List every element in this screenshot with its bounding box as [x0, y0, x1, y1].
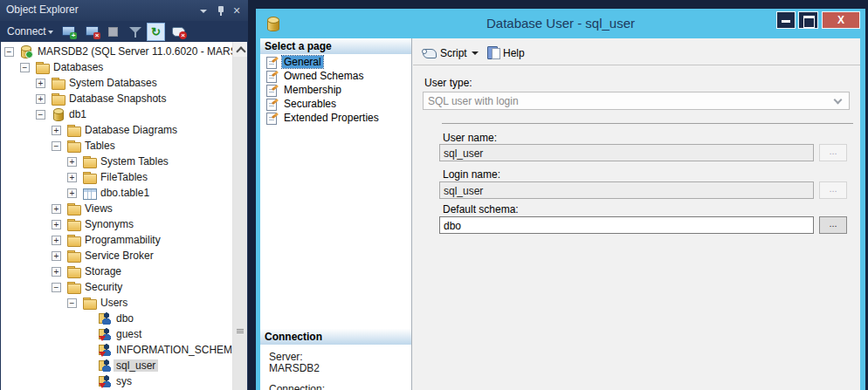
- user-name-input[interactable]: sql_user: [439, 144, 814, 161]
- tree-item-service-broker[interactable]: +Service Broker: [1, 248, 232, 263]
- tree-item-label: INFORMATION_SCHEMA: [114, 344, 232, 356]
- window-position-menu-icon[interactable]: [197, 5, 210, 17]
- expand-icon[interactable]: +: [67, 188, 77, 198]
- tree-item-sql-user[interactable]: sql_user: [1, 358, 232, 373]
- user-icon: [98, 311, 112, 325]
- dialog-toolbar: Script Help: [413, 38, 860, 65]
- folder-icon: [66, 264, 80, 278]
- collapse-icon[interactable]: −: [52, 141, 61, 151]
- filter-icon[interactable]: [127, 24, 143, 39]
- user-icon: [98, 327, 112, 341]
- refresh-icon[interactable]: ↻: [147, 23, 165, 41]
- user-type-dropdown[interactable]: SQL user with login: [423, 92, 850, 110]
- expand-icon[interactable]: +: [36, 79, 45, 88]
- tree-item-label: Storage: [82, 265, 124, 277]
- tree-item-system-databases[interactable]: +System Databases: [1, 75, 232, 91]
- default-schema-input[interactable]: dbo: [439, 216, 814, 234]
- connection-header: Connection: [260, 329, 411, 345]
- expand-icon[interactable]: +: [67, 173, 77, 182]
- login-name-input[interactable]: sql_user: [439, 181, 814, 199]
- tree-item-database-diagrams[interactable]: +Database Diagrams: [1, 122, 232, 138]
- tree-item-synonyms[interactable]: +Synonyms: [1, 216, 232, 232]
- folder-icon: [66, 249, 80, 263]
- collapse-icon[interactable]: −: [36, 110, 45, 120]
- collapse-icon[interactable]: −: [4, 47, 14, 57]
- connect-server-icon[interactable]: [61, 24, 77, 39]
- page-icon: [265, 70, 279, 82]
- disconnect-server-icon[interactable]: [85, 24, 100, 39]
- collapse-icon[interactable]: −: [20, 63, 30, 72]
- expand-icon[interactable]: +: [67, 157, 77, 167]
- expand-icon[interactable]: +: [52, 236, 61, 245]
- script-error-icon[interactable]: [171, 24, 187, 39]
- tree-item-database-snapshots[interactable]: +Database Snapshots: [1, 91, 232, 106]
- tree-item-label: dbo.table1: [98, 187, 152, 199]
- tree-item-views[interactable]: +Views: [1, 201, 232, 216]
- expand-icon[interactable]: +: [52, 251, 61, 261]
- folder-icon: [66, 217, 80, 231]
- help-icon[interactable]: [486, 45, 500, 59]
- scrollbar-thumb[interactable]: [233, 57, 247, 390]
- tree-item-sys[interactable]: sys: [1, 373, 232, 389]
- tree-item-programmability[interactable]: +Programmability: [1, 232, 232, 248]
- tree-item-label: Database Diagrams: [82, 124, 180, 136]
- tree-item-label: FileTables: [98, 171, 150, 183]
- expand-icon[interactable]: +: [52, 267, 61, 277]
- tree-item-label: sys: [114, 375, 134, 387]
- tree-item-security[interactable]: −Security: [1, 279, 232, 295]
- tree-item-system-tables[interactable]: +System Tables: [1, 154, 232, 169]
- expand-icon[interactable]: +: [52, 220, 61, 229]
- expand-icon[interactable]: +: [52, 126, 61, 135]
- connect-button[interactable]: Connect: [7, 25, 46, 38]
- tree-item-marsdb2-sql-server-11-0-6020-marsd[interactable]: −MARSDB2 (SQL Server 11.0.6020 - MARSD: [1, 44, 232, 59]
- folder-icon: [51, 92, 65, 106]
- connect-caret-icon[interactable]: [48, 31, 53, 34]
- sidebar-page-membership[interactable]: Membership: [260, 83, 411, 97]
- tree-scrollbar[interactable]: [232, 42, 247, 390]
- tree-item-dbo-table1[interactable]: +dbo.table1: [1, 185, 232, 201]
- page-label: Extended Properties: [282, 112, 381, 124]
- page-icon: [265, 56, 279, 68]
- script-caret-icon[interactable]: [472, 51, 479, 55]
- user-type-label: User type:: [424, 77, 472, 89]
- sidebar-page-general[interactable]: General: [260, 55, 411, 69]
- close-button[interactable]: X: [822, 11, 860, 29]
- default-schema-browse-button[interactable]: ...: [819, 216, 847, 234]
- tree-item-label: System Databases: [66, 77, 160, 89]
- page-label: Membership: [282, 84, 343, 96]
- sidebar-page-extended-properties[interactable]: Extended Properties: [260, 111, 411, 125]
- select-page-header: Select a page: [260, 38, 411, 54]
- tree-item-guest[interactable]: guest: [1, 326, 232, 342]
- expand-icon[interactable]: +: [52, 204, 61, 214]
- expand-icon[interactable]: +: [36, 94, 45, 104]
- scroll-up-icon[interactable]: [233, 42, 248, 57]
- collapse-icon[interactable]: −: [67, 298, 77, 308]
- tree-item-information-schema[interactable]: INFORMATION_SCHEMA: [1, 342, 232, 358]
- login-name-browse-button: ...: [819, 181, 847, 199]
- script-icon[interactable]: [422, 45, 437, 59]
- help-button[interactable]: Help: [503, 47, 525, 59]
- server-icon: [19, 44, 33, 58]
- tree-item-filetables[interactable]: +FileTables: [1, 169, 232, 185]
- page-icon: [265, 112, 279, 124]
- tree-item-db1[interactable]: −db1: [1, 106, 232, 122]
- maximize-button[interactable]: [798, 11, 818, 29]
- collapse-icon[interactable]: −: [52, 283, 61, 292]
- dialog-main-area: Script Help User type: SQL user with log…: [413, 38, 860, 390]
- tree-item-users[interactable]: −Users: [1, 295, 232, 311]
- tree-item-tables[interactable]: −Tables: [1, 138, 232, 154]
- auto-hide-pin-icon[interactable]: [215, 5, 227, 17]
- tree-item-label: Users: [98, 297, 130, 309]
- sidebar-page-owned-schemas[interactable]: Owned Schemas: [260, 69, 411, 83]
- dialog-titlebar[interactable]: Database User - sql_user X: [256, 9, 865, 38]
- user-icon: [98, 374, 112, 388]
- close-icon[interactable]: ✕: [231, 5, 243, 17]
- minimize-button[interactable]: [776, 11, 796, 29]
- script-button[interactable]: Script: [440, 47, 467, 59]
- tree-item-label: Programmability: [82, 234, 163, 246]
- tree-item-storage[interactable]: +Storage: [1, 263, 232, 279]
- sidebar-page-securables[interactable]: Securables: [260, 97, 411, 111]
- tree-item-dbo[interactable]: dbo: [1, 311, 232, 326]
- tree-item-databases[interactable]: −Databases: [1, 59, 232, 75]
- tree-item-label: Synonyms: [82, 218, 136, 230]
